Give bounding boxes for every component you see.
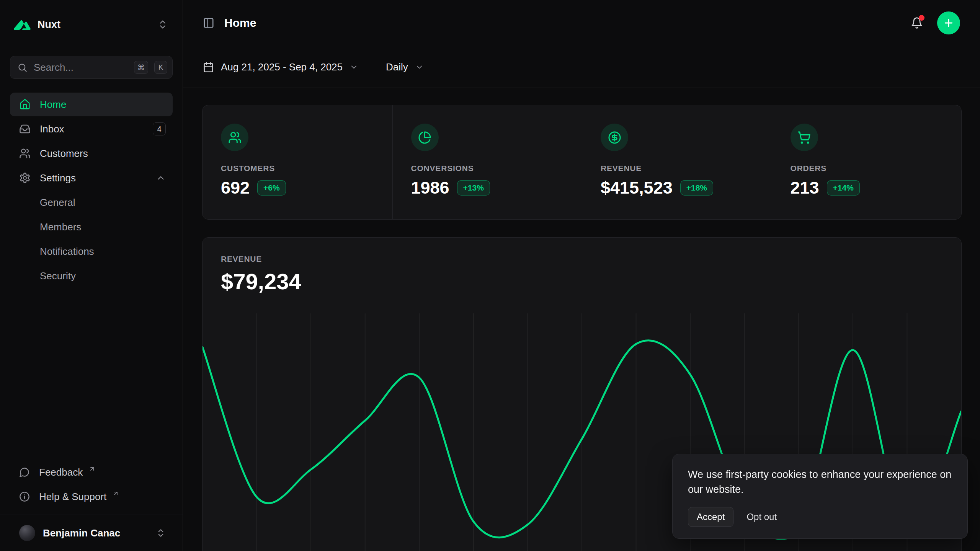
stat-label: CONVERSIONS [411, 164, 564, 173]
stat-value: 692 [221, 178, 250, 198]
shopping-cart-icon [791, 124, 818, 151]
stat-label: REVENUE [601, 164, 753, 173]
sidebar-item-customers[interactable]: Customers [10, 142, 173, 165]
sidebar-item-inbox[interactable]: Inbox 4 [10, 117, 173, 141]
notification-dot [919, 15, 924, 21]
plus-icon [943, 17, 954, 29]
date-range-picker[interactable]: Aug 21, 2025 - Sep 4, 2025 [203, 61, 358, 73]
info-circle-icon [19, 491, 30, 502]
revenue-chart-header: REVENUE $79,234 [203, 238, 961, 313]
kbd-cmd: ⌘ [134, 61, 148, 74]
feedback-link[interactable]: Feedback [10, 460, 173, 484]
search-placeholder: Search... [34, 62, 74, 73]
revenue-chart-value: $79,234 [221, 269, 943, 294]
stat-revenue[interactable]: REVENUE $415,523 +18% [582, 105, 772, 219]
stat-change-badge: +6% [257, 180, 286, 196]
stat-change-badge: +13% [457, 180, 490, 196]
chevron-down-icon [350, 63, 358, 72]
home-icon [19, 99, 31, 110]
notifications-button[interactable] [908, 14, 926, 32]
sidebar-item-label: Home [40, 99, 66, 111]
chat-bubble-icon [19, 467, 30, 478]
pie-chart-icon [411, 124, 439, 151]
chevrons-up-down-icon [156, 528, 166, 538]
chevron-down-icon [415, 63, 424, 72]
cookie-banner: We use first-party cookies to enhance yo… [672, 454, 968, 539]
revenue-chart-label: REVENUE [221, 254, 943, 264]
stat-customers[interactable]: CUSTOMERS 692 +6% [203, 105, 392, 219]
stat-label: ORDERS [791, 164, 943, 173]
workspace-selector[interactable]: Nuxt [10, 9, 173, 40]
sidebar-item-settings-general[interactable]: General [10, 191, 173, 214]
user-section: Benjamin Canac [0, 515, 183, 551]
sidebar: Nuxt Search... ⌘ K Home [0, 0, 183, 551]
kbd-k: K [154, 61, 167, 74]
sidebar-footer: Feedback Help & Support [10, 460, 173, 509]
user-name: Benjamin Canac [43, 527, 120, 539]
stat-value: $415,523 [601, 178, 673, 198]
page-title: Home [224, 16, 256, 29]
period-select[interactable]: Daily [386, 61, 424, 73]
stats-panel: CUSTOMERS 692 +6% CONVERSIONS 1986 +13% [202, 105, 962, 220]
sidebar-nav: Home Inbox 4 Customers Settings [10, 93, 173, 288]
period-label: Daily [386, 61, 408, 73]
stat-value: 1986 [411, 178, 449, 198]
stat-conversions[interactable]: CONVERSIONS 1986 +13% [392, 105, 582, 219]
inbox-icon [19, 123, 31, 135]
help-support-link[interactable]: Help & Support [10, 485, 173, 509]
user-menu-button[interactable]: Benjamin Canac [10, 520, 173, 546]
cookie-message: We use first-party cookies to enhance yo… [688, 467, 952, 497]
cookie-optout-button[interactable]: Opt out [739, 507, 784, 527]
avatar [19, 525, 35, 541]
chevron-up-icon [156, 173, 166, 183]
inbox-count-badge: 4 [153, 122, 166, 135]
stat-value: 213 [791, 178, 819, 198]
help-support-label: Help & Support [39, 491, 106, 503]
dollar-circle-icon [601, 124, 628, 151]
sidebar-item-label: Customers [40, 148, 88, 160]
sidebar-item-settings[interactable]: Settings [10, 166, 173, 190]
gear-icon [19, 172, 31, 184]
cookie-accept-button[interactable]: Accept [688, 507, 733, 527]
search-icon [17, 62, 28, 73]
workspace-name: Nuxt [38, 19, 60, 31]
stat-orders[interactable]: ORDERS 213 +14% [772, 105, 962, 219]
sidebar-item-label: Inbox [40, 123, 64, 135]
users-icon [221, 124, 248, 151]
cookie-actions: Accept Opt out [688, 507, 952, 527]
sidebar-item-label: Settings [40, 172, 76, 184]
sidebar-item-settings-members[interactable]: Members [10, 215, 173, 239]
sidebar-toggle-button[interactable] [203, 17, 214, 29]
topbar-left: Home [203, 16, 256, 29]
sidebar-item-home[interactable]: Home [10, 93, 173, 116]
external-link-icon [89, 466, 95, 472]
stat-change-badge: +14% [827, 180, 860, 196]
calendar-icon [203, 62, 214, 73]
sidebar-item-settings-security[interactable]: Security [10, 264, 173, 288]
users-icon [19, 148, 31, 159]
filterbar: Aug 21, 2025 - Sep 4, 2025 Daily [183, 46, 980, 88]
feedback-label: Feedback [39, 466, 83, 478]
nuxt-logo-icon [14, 19, 31, 30]
sidebar-item-settings-notifications[interactable]: Notifications [10, 240, 173, 263]
topbar: Home [183, 0, 980, 46]
panel-left-icon [203, 17, 214, 29]
date-range-label: Aug 21, 2025 - Sep 4, 2025 [221, 61, 343, 73]
external-link-icon [113, 490, 119, 497]
stat-label: CUSTOMERS [221, 164, 374, 173]
add-button[interactable] [937, 11, 960, 34]
chevrons-up-down-icon [157, 19, 168, 30]
stat-change-badge: +18% [680, 180, 713, 196]
topbar-right [908, 11, 960, 34]
search-input[interactable]: Search... ⌘ K [10, 56, 173, 79]
